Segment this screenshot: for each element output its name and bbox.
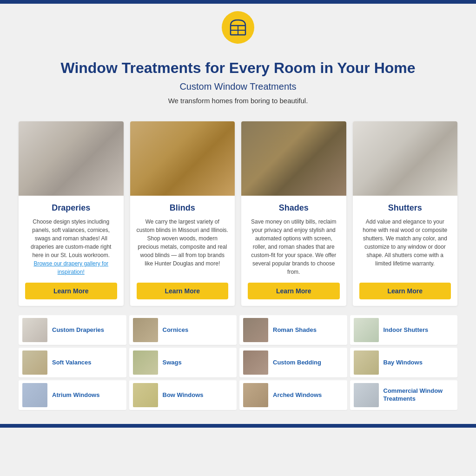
card-title-shutters: Shutters xyxy=(359,203,451,213)
grid-item-cornices[interactable]: Cornices xyxy=(129,315,237,345)
hero-description: We transform homes from boring to beauti… xyxy=(19,97,457,105)
grid-item-roman-shades[interactable]: Roman Shades xyxy=(239,315,347,345)
card-body-draperies: Draperies Choose design styles including… xyxy=(19,196,124,306)
learn-more-shades[interactable]: Learn More xyxy=(248,283,340,299)
grid-thumb-bow-windows xyxy=(133,383,158,407)
learn-more-draperies[interactable]: Learn More xyxy=(25,283,117,299)
grid-item-atrium-windows[interactable]: Atrium Windows xyxy=(19,380,126,410)
grid-thumb-cornices xyxy=(133,318,158,342)
grid-item-swags[interactable]: Swags xyxy=(129,348,237,377)
grid-item-arched-windows[interactable]: Arched Windows xyxy=(239,380,347,410)
grid-thumb-roman-shades xyxy=(243,318,268,342)
grid-thumb-swags xyxy=(133,350,158,375)
grid-thumb-soft-valances xyxy=(22,350,47,375)
grid-thumb-arched-windows xyxy=(243,383,268,407)
top-bar xyxy=(0,0,476,4)
grid-label-swags: Swags xyxy=(163,359,182,367)
grid-item-soft-valances[interactable]: Soft Valances xyxy=(19,348,126,377)
grid-thumb-indoor-shutters xyxy=(354,318,379,342)
grid-label-soft-valances: Soft Valances xyxy=(52,359,92,367)
card-text-shades: Save money on utility bills, reclaim you… xyxy=(248,218,340,276)
grid-label-roman-shades: Roman Shades xyxy=(273,326,317,334)
card-body-shades: Shades Save money on utility bills, recl… xyxy=(241,196,346,306)
card-title-blinds: Blinds xyxy=(137,203,229,213)
grid-label-arched-windows: Arched Windows xyxy=(273,391,322,399)
grid-label-commercial-window-treatments: Commercial Window Treatments xyxy=(383,387,454,403)
grid-item-custom-bedding[interactable]: Custom Bedding xyxy=(239,348,347,377)
card-body-blinds: Blinds We carry the largest variety of c… xyxy=(130,196,235,306)
drapery-gallery-link[interactable]: Browse our drapery gallery for inspirati… xyxy=(33,260,108,275)
grid-item-bay-windows[interactable]: Bay Windows xyxy=(350,348,458,377)
grid-item-custom-draperies[interactable]: Custom Draperies xyxy=(19,315,126,345)
grid-item-indoor-shutters[interactable]: Indoor Shutters xyxy=(350,315,458,345)
grid-thumb-atrium-windows xyxy=(22,383,47,407)
grid-thumb-custom-draperies xyxy=(22,318,47,342)
logo-circle xyxy=(222,11,254,44)
grid-section: Custom DraperiesCornicesRoman ShadesIndo… xyxy=(0,315,476,424)
grid-item-bow-windows[interactable]: Bow Windows xyxy=(129,380,237,410)
grid-thumb-commercial-window-treatments xyxy=(354,383,379,407)
learn-more-shutters[interactable]: Learn More xyxy=(359,283,451,299)
card-image-shutters xyxy=(353,121,458,196)
cards-section: Draperies Choose design styles including… xyxy=(0,114,476,315)
grid-label-bow-windows: Bow Windows xyxy=(163,391,204,399)
window-icon xyxy=(228,17,248,38)
card-shades: Shades Save money on utility bills, recl… xyxy=(241,121,346,306)
card-image-draperies xyxy=(19,121,124,196)
card-shutters: Shutters Add value and elegance to your … xyxy=(353,121,458,306)
card-title-draperies: Draperies xyxy=(25,203,117,213)
card-text-draperies: Choose design styles including panels, s… xyxy=(25,218,117,276)
grid-label-custom-bedding: Custom Bedding xyxy=(273,359,321,367)
card-image-blinds xyxy=(130,121,235,196)
grid-thumb-custom-bedding xyxy=(243,350,268,375)
card-draperies: Draperies Choose design styles including… xyxy=(19,121,124,306)
card-image-shades xyxy=(241,121,346,196)
hero-section: Window Treatments for Every Room in Your… xyxy=(0,48,476,114)
grid-label-bay-windows: Bay Windows xyxy=(383,359,423,367)
grid-label-atrium-windows: Atrium Windows xyxy=(52,391,99,399)
grid-label-cornices: Cornices xyxy=(163,326,189,334)
bottom-bar xyxy=(0,424,476,428)
card-body-shutters: Shutters Add value and elegance to your … xyxy=(353,196,458,306)
grid-item-commercial-window-treatments[interactable]: Commercial Window Treatments xyxy=(350,380,458,410)
hero-title: Window Treatments for Every Room in Your… xyxy=(19,60,457,77)
logo-area xyxy=(0,4,476,48)
learn-more-blinds[interactable]: Learn More xyxy=(137,283,229,299)
card-text-shutters: Add value and elegance to your home with… xyxy=(359,218,451,276)
hero-subtitle: Custom Window Treatments xyxy=(19,81,457,92)
grid-thumb-bay-windows xyxy=(354,350,379,375)
grid-label-indoor-shutters: Indoor Shutters xyxy=(383,326,429,334)
grid-label-custom-draperies: Custom Draperies xyxy=(52,326,104,334)
card-text-blinds: We carry the largest variety of custom b… xyxy=(137,218,229,276)
card-blinds: Blinds We carry the largest variety of c… xyxy=(130,121,235,306)
card-title-shades: Shades xyxy=(248,203,340,213)
